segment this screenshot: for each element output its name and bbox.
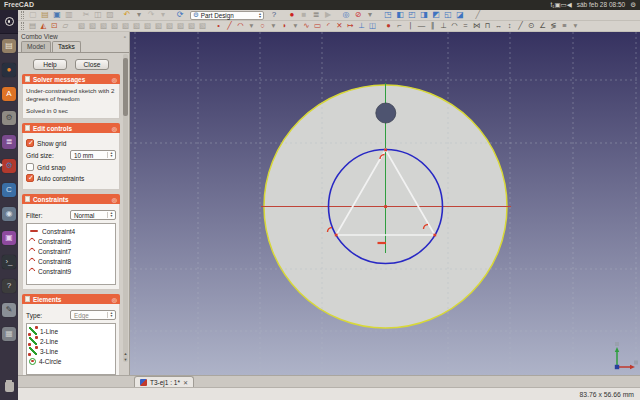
revolution[interactable]: ▧ — [98, 21, 109, 31]
elements-header[interactable]: Elements ◎ — [22, 294, 120, 304]
extend-edge[interactable]: ↦ — [345, 21, 356, 31]
media-app[interactable]: ▣ — [2, 231, 16, 245]
scrollbar-thumb[interactable] — [123, 58, 128, 116]
constraint-horizontal-distance[interactable]: ↔ — [493, 21, 504, 31]
copy[interactable]: ◫ — [92, 10, 104, 20]
chromium[interactable]: C — [2, 183, 16, 197]
view-bottom[interactable]: ◱ — [442, 10, 454, 20]
groove[interactable]: ▧ — [109, 21, 120, 31]
constraint-item[interactable]: Constraint8 — [29, 256, 113, 266]
3d-viewport[interactable] — [130, 32, 640, 375]
macro-edit[interactable]: ≣ — [310, 10, 322, 20]
measure-distance[interactable]: ╱ — [472, 10, 484, 20]
grid-snap-checkbox[interactable] — [26, 163, 34, 171]
zoom-fit[interactable]: ◎ — [340, 10, 352, 20]
constraint-parallel[interactable]: ∥ — [427, 21, 438, 31]
draft-feature[interactable]: ▧ — [142, 21, 153, 31]
constraint-item[interactable]: Constraint9 — [29, 266, 113, 276]
draw-style-dropdown[interactable]: ▾ — [364, 10, 376, 20]
panel-scrollbar[interactable]: ▲ ▼ — [123, 54, 128, 362]
document-tab-close-icon[interactable]: ✕ — [183, 379, 188, 386]
system-settings[interactable]: ⚙ — [2, 111, 16, 125]
refresh[interactable]: ⟳ — [174, 10, 186, 20]
view-right[interactable]: ◨ — [418, 10, 430, 20]
constraint-coincident[interactable]: ● — [383, 21, 394, 31]
constraint-item[interactable]: Constraint5 — [29, 236, 113, 246]
scroll-up-icon[interactable]: ▲ — [123, 351, 128, 356]
freecad[interactable]: ⚙ — [2, 159, 16, 173]
type-dropdown[interactable]: Edge ▴▾ — [70, 310, 116, 320]
create-circle[interactable]: ○ — [257, 21, 268, 31]
constraint-symmetric[interactable]: ⋈ — [471, 21, 482, 31]
toolbar-grip-2[interactable] — [21, 22, 24, 30]
cut[interactable]: ✂ — [80, 10, 92, 20]
element-item[interactable]: 1-Line — [29, 326, 113, 336]
browser-ball[interactable]: ◉ — [2, 207, 16, 221]
create-conic[interactable]: ◗ — [279, 21, 290, 31]
view-front[interactable]: ◧ — [394, 10, 406, 20]
conic-dropdown[interactable]: ▾ — [290, 21, 301, 31]
map-sketch[interactable]: ▱ — [60, 21, 71, 31]
dropdown-arrows-icon[interactable]: ▴▾ — [107, 312, 115, 319]
constraint-item[interactable]: Constraint4 — [29, 226, 113, 236]
circle-dropdown[interactable]: ▾ — [268, 21, 279, 31]
constraint-equal[interactable]: = — [460, 21, 471, 31]
constraint-snell[interactable]: ≶ — [548, 21, 559, 31]
open-document[interactable]: ▤ — [39, 10, 51, 20]
redo[interactable]: ↷ — [145, 10, 157, 20]
scaled-feature[interactable]: ▧ — [186, 21, 197, 31]
multitransform[interactable]: ▧ — [197, 21, 208, 31]
constraint-angle[interactable]: ∠ — [537, 21, 548, 31]
new-document[interactable]: ▢ — [27, 10, 39, 20]
macro-play[interactable]: ▶ — [322, 10, 334, 20]
hole-circle[interactable] — [376, 103, 396, 123]
constraint-tangent[interactable]: ◠ — [449, 21, 460, 31]
constraint-point-on-object[interactable]: ⌐ — [394, 21, 405, 31]
section-collapse-icon[interactable]: ◎ — [112, 196, 117, 203]
clock[interactable]: sáb feb 28 08:50 — [577, 0, 625, 10]
linear-pattern[interactable]: ▧ — [164, 21, 175, 31]
view-rear[interactable]: ◩ — [430, 10, 442, 20]
constraint-lock[interactable]: ⊓ — [482, 21, 493, 31]
session-menu-icon[interactable]: ⚙ — [630, 0, 636, 10]
help-app[interactable]: ? — [2, 279, 16, 293]
help-button[interactable]: Help — [33, 59, 67, 70]
constraint-internal-alignment[interactable]: ≡ — [559, 21, 570, 31]
print[interactable]: ▥ — [63, 10, 75, 20]
draw-style[interactable]: ⊘ — [352, 10, 364, 20]
solver-messages-header[interactable]: Solver messages ◎ — [22, 74, 120, 84]
external-geometry[interactable]: ⊥ — [356, 21, 367, 31]
trim-edge[interactable]: ✕ — [334, 21, 345, 31]
sound-indicator[interactable]: ◀ — [567, 0, 572, 10]
redo-dropdown[interactable]: ▾ — [157, 10, 169, 20]
close-button[interactable]: Close — [75, 59, 109, 70]
workbench-selector[interactable]: ⚙ Part Design ▴▾ — [190, 11, 264, 20]
carbon-copy[interactable]: ◫ — [367, 21, 378, 31]
constraint-horizontal[interactable]: — — [416, 21, 427, 31]
scroll-down-icon[interactable]: ▼ — [123, 357, 128, 362]
tab-model[interactable]: Model — [21, 41, 51, 52]
workbench-spin-arrows[interactable]: ▴▾ — [259, 12, 261, 19]
chamfer-feature[interactable]: ▧ — [131, 21, 142, 31]
dropdown-arrows-icon[interactable]: ▴▾ — [107, 212, 115, 219]
undo-dropdown[interactable]: ▾ — [133, 10, 145, 20]
image-tool[interactable]: ▦ — [2, 327, 16, 341]
section-collapse-icon[interactable]: ◎ — [112, 76, 117, 83]
toggle-driving-dropdown[interactable]: ▾ — [570, 21, 581, 31]
constraint-perpendicular[interactable]: ⊥ — [438, 21, 449, 31]
terminal[interactable]: ›_ — [2, 255, 16, 269]
sketch-sheet[interactable]: ▤ — [27, 21, 38, 31]
auto-constraints-checkbox[interactable] — [26, 174, 34, 182]
constraint-distance[interactable]: ╱ — [515, 21, 526, 31]
section-collapse-icon[interactable]: ◎ — [112, 125, 117, 132]
edit-controls-header[interactable]: Edit controls ◎ — [22, 123, 120, 133]
mirror-feature[interactable]: ▧ — [153, 21, 164, 31]
create-line[interactable]: ╱ — [224, 21, 235, 31]
filter-dropdown[interactable]: Normal ▴▾ — [70, 210, 116, 220]
panel-float-icon[interactable]: ▫ — [124, 34, 126, 40]
constraint-radius[interactable]: ⊙ — [526, 21, 537, 31]
create-fillet[interactable]: ◜ — [323, 21, 334, 31]
create-point[interactable]: • — [213, 21, 224, 31]
pocket[interactable]: ▧ — [87, 21, 98, 31]
create-rectangle[interactable]: ▭ — [312, 21, 323, 31]
